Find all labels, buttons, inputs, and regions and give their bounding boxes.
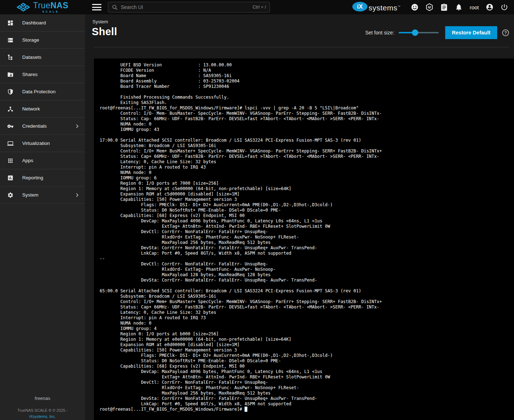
chevron-right-icon [74, 123, 80, 129]
help-icon[interactable]: ? [502, 29, 509, 36]
ixsystems-logo-text: systems™ [368, 2, 400, 13]
search-input[interactable] [121, 4, 253, 10]
ixsystems-logo-mark: iX [352, 2, 367, 11]
network-icon [7, 106, 14, 112]
feedback-icon[interactable] [411, 3, 419, 11]
font-size-label: Set font size: [365, 30, 394, 36]
sidebar-item-apps[interactable]: Apps [0, 152, 85, 169]
sidebar-item-virtualization[interactable]: Virtualization [0, 135, 85, 152]
sidebar-item-label: Shares [22, 72, 38, 77]
brand-scale: SCALE [33, 10, 68, 13]
sidebar-item-system[interactable]: System [0, 187, 85, 204]
sidebar-item-label: Apps [22, 158, 33, 163]
sidebar-item-shares[interactable]: Shares [0, 66, 85, 83]
chevron-right-icon [74, 192, 80, 198]
terminal-output: UEFI BSD Version : 13.00.00.00 FCODE Ver… [94, 58, 514, 412]
sidebar-item-label: Storage [22, 37, 39, 43]
sidebar-item-label: Reporting [22, 175, 43, 180]
notifications-icon[interactable] [455, 3, 463, 11]
ixsystems-link[interactable]: iXsystems, Inc. [0, 414, 85, 419]
storage-icon [7, 37, 14, 43]
sidebar-item-storage[interactable]: Storage [0, 32, 85, 49]
hamburger-menu-icon[interactable] [92, 4, 101, 10]
font-size-slider[interactable] [399, 29, 439, 36]
hostname-label: freenas [0, 396, 85, 401]
shell-controls: Set font size: Restore Default ? [365, 26, 509, 39]
datasets-icon [7, 54, 14, 61]
sidebar-item-label: Virtualization [22, 141, 50, 146]
slider-thumb[interactable] [412, 29, 418, 36]
sidebar-item-label: System [22, 192, 38, 198]
header-divider [94, 47, 509, 47]
dashboard-icon [7, 20, 14, 26]
key-icon [7, 123, 14, 129]
shell-terminal[interactable]: UEFI BSD Version : 13.00.00.00 FCODE Ver… [94, 58, 514, 420]
page-title: Shell [92, 26, 117, 38]
jobs-icon[interactable] [440, 3, 448, 11]
sidebar-item-network[interactable]: Network [0, 100, 85, 118]
sidebar-item-label: Datasets [22, 55, 41, 60]
sidebar-item-datasets[interactable]: Datasets [0, 49, 85, 66]
gear-icon [7, 192, 14, 198]
laptop-icon [7, 140, 14, 147]
sidebar-item-label: Credentials [22, 123, 47, 129]
brand-nas: NAS [51, 1, 68, 10]
account-icon[interactable] [486, 3, 494, 11]
copyright-text: TrueNAS SCALE ® © 2025 - [0, 408, 85, 412]
sidebar-footer: freenas TrueNAS SCALE ® © 2025 - iXsyste… [0, 396, 85, 420]
shares-icon [7, 71, 14, 78]
search-icon [112, 4, 118, 10]
apps-grid-icon [7, 157, 14, 164]
bar-chart-icon [7, 175, 14, 181]
sidebar-item-label: Data Protection [22, 89, 56, 94]
sidebar-item-data-protection[interactable]: Data Protection [0, 83, 85, 100]
breadcrumb[interactable]: System [92, 19, 108, 24]
sidebar-item-dashboard[interactable]: Dashboard [0, 14, 85, 32]
truenas-logo[interactable]: TrueNAS SCALE [0, 0, 85, 14]
search-shortcut-hint: Ctrl + / [253, 5, 266, 10]
sidebar-item-label: Dashboard [22, 20, 46, 25]
sidebar-item-reporting[interactable]: Reporting [0, 169, 85, 187]
ixsystems-logo[interactable]: iX systems™ [352, 2, 400, 13]
search-box[interactable]: Ctrl + / [108, 2, 270, 13]
main-content: System Shell Set font size: Restore Defa… [85, 14, 514, 420]
truenas-logo-text: TrueNAS SCALE [33, 1, 68, 13]
shield-icon [7, 89, 14, 95]
truecommand-icon[interactable] [425, 3, 433, 11]
restore-default-button[interactable]: Restore Default [445, 26, 497, 39]
brand-true: True [33, 1, 50, 10]
power-icon[interactable] [500, 3, 508, 11]
sidebar: Dashboard Storage Datasets Shares Data P… [0, 14, 85, 420]
app-topbar: TrueNAS SCALE Ctrl + / iX systems™ [0, 0, 514, 14]
username-label: root [470, 4, 479, 10]
truenas-logo-icon [16, 2, 30, 12]
sidebar-item-credentials[interactable]: Credentials [0, 118, 85, 135]
sidebar-item-label: Network [22, 106, 40, 112]
